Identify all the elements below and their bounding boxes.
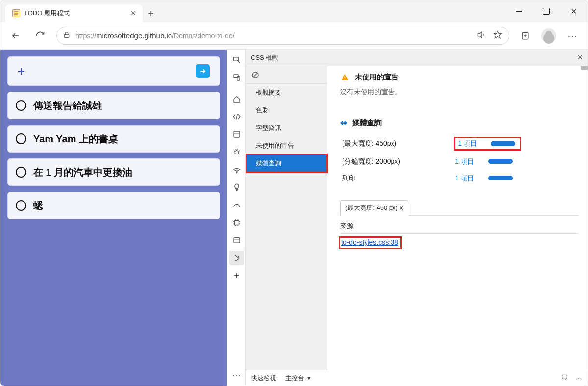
- todo-label: 在 1 月的汽車中更換油: [33, 166, 132, 179]
- detail-breadcrumb: (最大寬度: 450 px) x: [340, 200, 579, 216]
- source-link[interactable]: to-do-styles.css:38: [340, 238, 400, 248]
- svg-point-6: [235, 151, 239, 154]
- close-tab-icon[interactable]: ×: [130, 9, 136, 18]
- profile-avatar[interactable]: [541, 28, 556, 43]
- address-bar[interactable]: https://microsoftedge.github.io/Demos/de…: [56, 27, 509, 45]
- sidebar-item-summary[interactable]: 概觀摘要: [246, 84, 327, 102]
- tab-strip: TODO 應用程式 × + ×: [0, 0, 588, 22]
- checkbox-icon[interactable]: [16, 100, 26, 111]
- sources-icon[interactable]: [229, 127, 244, 142]
- quickview-label: 快速檢視:: [251, 374, 278, 383]
- media-heading: 媒體查詢: [352, 118, 382, 128]
- todo-label: 蟋: [33, 199, 43, 212]
- performance-icon[interactable]: [229, 198, 244, 212]
- read-aloud-icon[interactable]: [476, 30, 486, 41]
- close-panel-icon[interactable]: ×: [577, 52, 583, 63]
- devtools-drawer: 快速檢視: 主控台 ▾ ︿: [246, 370, 588, 386]
- todo-item[interactable]: 傳送報告給誠雄: [7, 92, 220, 119]
- browser-toolbar: https://microsoftedge.github.io/Demos/de…: [0, 22, 588, 50]
- favorite-icon[interactable]: [493, 30, 503, 41]
- url-text: https://microsoftedge.github.io/Demos/de…: [75, 31, 235, 40]
- lightbulb-icon[interactable]: [229, 180, 244, 195]
- mq-bar: [488, 159, 513, 164]
- devtools-tool-rail: + ⋯: [227, 50, 246, 386]
- new-todo-input[interactable]: +: [7, 56, 220, 86]
- checkbox-icon[interactable]: [16, 167, 26, 178]
- svg-rect-2: [233, 57, 239, 61]
- css-overview-sidebar: 概觀摘要 色彩 字型資訊 未使用的宣告 媒體查詢: [246, 66, 327, 370]
- checkbox-icon[interactable]: [16, 200, 26, 211]
- back-button[interactable]: [7, 27, 24, 44]
- app-page: + 傳送報告給誠雄 Yam Yam 上的書桌 在 1 月的汽車中更換油 蟋: [0, 50, 227, 386]
- warning-icon: [340, 72, 350, 82]
- drawer-tab-console[interactable]: 主控台 ▾: [285, 374, 311, 383]
- welcome-icon[interactable]: [229, 92, 244, 106]
- sidebar-item-fonts[interactable]: 字型資訊: [246, 119, 327, 137]
- sidebar-item-unused[interactable]: 未使用的宣告: [246, 137, 327, 154]
- drawer-issues-icon[interactable]: [561, 373, 568, 383]
- device-icon[interactable]: [229, 70, 244, 85]
- more-menu[interactable]: ⋯: [564, 27, 581, 44]
- mq-name: (分鐘寬度: 2000px): [340, 154, 453, 170]
- svg-rect-8: [234, 221, 239, 225]
- devtools-more-icon[interactable]: ⋯: [232, 370, 242, 386]
- memory-icon[interactable]: [229, 215, 244, 230]
- plus-icon: +: [18, 64, 25, 79]
- mq-count[interactable]: 1 項目: [458, 139, 477, 148]
- svg-rect-0: [64, 34, 69, 37]
- collections-icon[interactable]: [517, 27, 534, 44]
- maximize-icon[interactable]: [533, 0, 560, 22]
- todo-label: 傳送報告給誠雄: [33, 99, 102, 112]
- chevron-up-icon[interactable]: ︿: [576, 373, 583, 383]
- todo-item[interactable]: 在 1 月的汽車中更換油: [7, 158, 220, 186]
- todo-item[interactable]: 蟋: [7, 192, 220, 219]
- unused-text: 沒有未使用的宣告。: [340, 88, 579, 97]
- resize-icon: ⇔: [340, 117, 347, 128]
- network-icon[interactable]: [229, 162, 244, 177]
- mq-count[interactable]: 1 項目: [455, 157, 474, 165]
- window-controls: ×: [505, 0, 588, 22]
- svg-rect-11: [562, 375, 567, 379]
- svg-point-7: [236, 172, 237, 173]
- scrollbar-thumb[interactable]: [581, 66, 588, 70]
- browser-tab[interactable]: TODO 應用程式 ×: [5, 4, 143, 22]
- chevron-down-icon: ▾: [307, 374, 311, 382]
- mq-bar: [488, 176, 513, 180]
- application-icon[interactable]: [229, 233, 244, 248]
- todo-item[interactable]: Yam Yam 上的書桌: [7, 125, 220, 153]
- media-query-table: (最大寬度: 450px) 1 項目 (分鐘寬度: 2000px) 1 項目 列…: [340, 134, 579, 187]
- sidebar-item-media-queries[interactable]: 媒體查詢: [246, 154, 327, 172]
- mq-bar: [491, 141, 515, 146]
- window-close-icon[interactable]: ×: [560, 0, 588, 22]
- source-heading: 來源: [340, 222, 579, 234]
- svg-rect-5: [234, 131, 240, 137]
- submit-button[interactable]: [196, 64, 210, 78]
- devtools-panel: + ⋯ CSS 概觀 × 概觀: [227, 50, 588, 386]
- new-tab-button[interactable]: +: [143, 5, 159, 22]
- panel-title-bar: CSS 概觀 ×: [246, 50, 588, 66]
- svg-rect-9: [234, 238, 240, 243]
- todo-label: Yam Yam 上的書桌: [33, 132, 118, 146]
- css-overview-icon[interactable]: [229, 251, 244, 265]
- clipboard-icon: [12, 9, 20, 17]
- css-overview-content: 未使用的宣告 沒有未使用的宣告。 ⇔ 媒體查詢: [327, 66, 588, 370]
- breadcrumb-chip[interactable]: (最大寬度: 450 px) x: [340, 200, 408, 216]
- sidebar-item-colors[interactable]: 色彩: [246, 102, 327, 119]
- unused-heading: 未使用的宣告: [355, 73, 399, 82]
- inspect-icon[interactable]: [229, 52, 244, 67]
- minimize-icon[interactable]: [505, 0, 533, 22]
- lock-icon: [63, 31, 71, 40]
- mq-name: (最大寬度: 450px): [340, 134, 453, 154]
- panel-title: CSS 概觀: [251, 53, 278, 62]
- mq-name: 列印: [340, 170, 453, 187]
- bug-icon[interactable]: [229, 145, 244, 159]
- clear-overview-icon[interactable]: [246, 66, 327, 84]
- add-tool-icon[interactable]: +: [229, 268, 244, 283]
- checkbox-icon[interactable]: [16, 133, 26, 144]
- elements-icon[interactable]: [229, 109, 244, 124]
- refresh-button[interactable]: [32, 27, 49, 44]
- mq-count[interactable]: 1 項目: [455, 174, 474, 182]
- tab-title: TODO 應用程式: [24, 9, 70, 18]
